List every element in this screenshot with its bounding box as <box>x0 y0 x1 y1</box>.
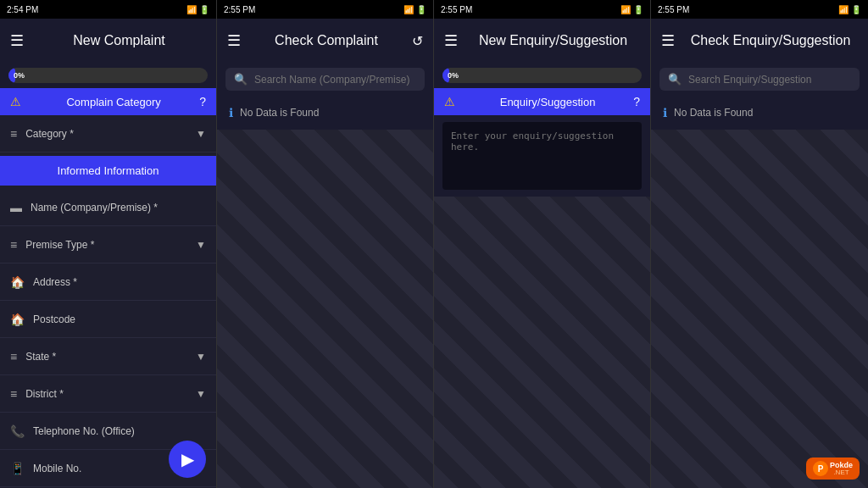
postcode-row[interactable]: 🏠 Postcode <box>0 301 216 338</box>
progress-fill-1: 0% <box>8 68 15 83</box>
home-icon-2: 🏠 <box>10 313 25 326</box>
premise-type-label: Premise Type * <box>25 239 196 251</box>
fab-button-1[interactable]: ▶ <box>169 441 206 478</box>
name-label: Name (Company/Premise) * <box>31 202 206 214</box>
layers-icon-4: ≡ <box>10 387 17 401</box>
panel-title-3: New Enquiry/Suggestion <box>466 33 640 48</box>
progress-label-3: 0% <box>448 71 459 80</box>
enquiry-textarea[interactable] <box>442 122 642 190</box>
time-1: 2:54 PM <box>7 5 38 14</box>
progress-label-1: 0% <box>14 71 25 80</box>
help-icon-1[interactable]: ? <box>199 95 206 108</box>
enquiry-section: ⚠ Enquiry/Suggestion ? <box>434 88 650 115</box>
help-icon-3[interactable]: ? <box>633 95 640 108</box>
district-label: District * <box>25 388 196 400</box>
header-3: ☰ New Enquiry/Suggestion <box>434 19 650 63</box>
panel-title-4: Check Enquiry/Suggestion <box>683 33 858 48</box>
search-bar-2[interactable]: 🔍 <box>225 68 425 91</box>
postcode-label: Postcode <box>33 313 206 325</box>
status-bar-4: 2:55 PM 📶 🔋 <box>651 0 868 19</box>
progress-container-1: 0% <box>0 63 216 88</box>
header-2: ☰ Check Complaint ↺ <box>217 19 433 63</box>
telephone-label: Telephone No. (Office) <box>33 425 206 437</box>
no-data-text-2: No Data is Found <box>240 107 319 119</box>
menu-icon-1[interactable]: ☰ <box>10 31 24 50</box>
status-bar-2: 2:55 PM 📶 🔋 <box>217 0 433 19</box>
panel-check-complaint: 2:55 PM 📶 🔋 ☰ Check Complaint ↺ 🔍 ℹ No D… <box>217 0 434 488</box>
status-icons-2: 📶 🔋 <box>403 5 426 14</box>
info-icon-2: ℹ <box>229 106 233 119</box>
chevron-icon-1: ▼ <box>196 128 206 140</box>
progress-container-3: 0% <box>434 63 650 88</box>
progress-track-1: 0% <box>8 68 208 83</box>
bg-texture-4 <box>651 130 868 488</box>
time-3: 2:55 PM <box>441 5 472 14</box>
watermark-avatar: P <box>813 461 828 476</box>
fab-icon-1: ▶ <box>181 449 194 469</box>
watermark: P Pokde .NET <box>806 458 860 480</box>
status-icons-4: 📶 🔋 <box>838 5 861 14</box>
progress-track-3: 0% <box>442 68 642 83</box>
info-icon-4: ℹ <box>663 106 667 119</box>
panel-title-1: New Complaint <box>32 33 206 48</box>
complaint-category-section: ⚠ Complain Category ? <box>0 88 216 115</box>
address-row[interactable]: 🏠 Address * <box>0 263 216 301</box>
search-icon-4: 🔍 <box>668 73 682 86</box>
informed-information-label: Informed Information <box>58 164 159 177</box>
watermark-bottom: .NET <box>830 469 853 476</box>
layers-icon-3: ≡ <box>10 350 17 363</box>
progress-fill-3: 0% <box>442 68 449 83</box>
header-4: ☰ Check Enquiry/Suggestion <box>651 19 868 63</box>
form-content-1: ≡ Category * ▼ Informed Information ▬ Na… <box>0 115 216 488</box>
chevron-icon-4: ▼ <box>196 388 206 400</box>
search-icon-2: 🔍 <box>234 73 248 86</box>
complaint-category-label: Complain Category <box>28 96 199 108</box>
alert-icon-3: ⚠ <box>444 95 455 108</box>
home-icon-1: 🏠 <box>10 275 25 289</box>
menu-icon-4[interactable]: ☰ <box>661 31 675 50</box>
bg-texture-3 <box>434 197 650 488</box>
bg-texture-2 <box>217 130 433 488</box>
layers-icon-2: ≡ <box>10 238 17 252</box>
no-data-2: ℹ No Data is Found <box>217 96 433 130</box>
no-data-text-4: No Data is Found <box>674 107 753 119</box>
panel-check-enquiry: 2:55 PM 📶 🔋 ☰ Check Enquiry/Suggestion 🔍… <box>651 0 868 488</box>
watermark-text-container: Pokde .NET <box>830 462 853 476</box>
time-2: 2:55 PM <box>224 5 255 14</box>
watermark-content: P Pokde .NET <box>813 461 853 476</box>
chevron-icon-2: ▼ <box>196 239 206 251</box>
phone-icon: 📞 <box>10 424 25 438</box>
app-container: 2:54 PM 📶 🔋 ☰ New Complaint 0% ⚠ Complai… <box>0 0 868 488</box>
no-data-4: ℹ No Data is Found <box>651 96 868 130</box>
status-bar-1: 2:54 PM 📶 🔋 <box>0 0 216 19</box>
status-icons-3: 📶 🔋 <box>620 5 643 14</box>
menu-icon-3[interactable]: ☰ <box>444 31 458 50</box>
name-row[interactable]: ▬ Name (Company/Premise) * <box>0 189 216 226</box>
refresh-icon-2[interactable]: ↺ <box>412 33 423 49</box>
status-icons-1: 📶 🔋 <box>186 5 209 14</box>
category-row[interactable]: ≡ Category * ▼ <box>0 115 216 152</box>
informed-information-btn[interactable]: Informed Information <box>0 156 216 186</box>
enquiry-section-label: Enquiry/Suggestion <box>462 96 633 108</box>
search-input-4[interactable] <box>688 74 851 86</box>
search-input-2[interactable] <box>254 74 416 86</box>
panel-new-complaint: 2:54 PM 📶 🔋 ☰ New Complaint 0% ⚠ Complai… <box>0 0 217 488</box>
card-icon: ▬ <box>10 201 22 214</box>
state-row[interactable]: ≡ State * ▼ <box>0 338 216 375</box>
category-label: Category * <box>25 128 196 140</box>
address-label: Address * <box>33 276 206 288</box>
status-bar-3: 2:55 PM 📶 🔋 <box>434 0 650 19</box>
district-row[interactable]: ≡ District * ▼ <box>0 375 216 413</box>
search-bar-4[interactable]: 🔍 <box>659 68 860 91</box>
menu-icon-2[interactable]: ☰ <box>227 31 241 50</box>
panel-title-2: Check Complaint <box>249 33 403 48</box>
chevron-icon-3: ▼ <box>196 351 206 363</box>
header-1: ☰ New Complaint <box>0 19 216 63</box>
premise-type-row[interactable]: ≡ Premise Type * ▼ <box>0 226 216 263</box>
alert-icon-1: ⚠ <box>10 95 21 108</box>
mobile-icon: 📱 <box>10 462 25 475</box>
panel-new-enquiry: 2:55 PM 📶 🔋 ☰ New Enquiry/Suggestion 0% … <box>434 0 651 488</box>
layers-icon-1: ≡ <box>10 127 17 141</box>
state-label: State * <box>25 351 196 363</box>
time-4: 2:55 PM <box>658 5 689 14</box>
